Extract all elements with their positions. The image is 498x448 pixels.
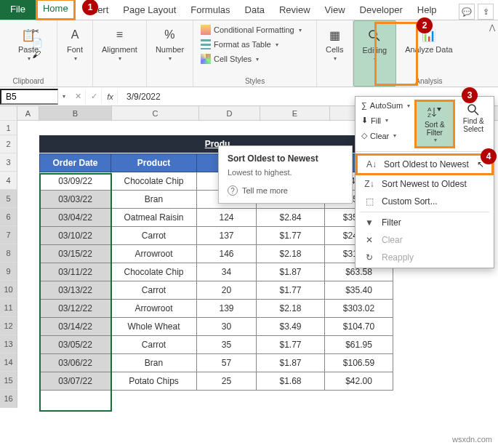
custom-sort[interactable]: ⬚ Custom Sort...	[356, 193, 494, 210]
cell-qty[interactable]: 30	[197, 318, 257, 336]
cell-sub[interactable]: $61.95	[325, 336, 393, 354]
cell-product[interactable]: Bran	[111, 191, 197, 209]
sort-newest-to-oldest[interactable]: Z↓ Sort Newest to Oldest	[356, 175, 494, 193]
cut-icon[interactable]: ✂	[32, 26, 43, 36]
row-header-15[interactable]: 15	[0, 372, 17, 390]
cell-price[interactable]: $3.49	[257, 318, 325, 336]
cell-date[interactable]: 03/11/22	[40, 263, 111, 281]
cell-sub[interactable]: $42.00	[325, 372, 393, 391]
header-order-date[interactable]: Order Date	[40, 154, 111, 172]
select-all[interactable]	[0, 106, 17, 121]
find-select-button[interactable]: Find & Select	[457, 100, 491, 136]
tab-data[interactable]: Data	[238, 0, 272, 20]
cells-button[interactable]: ▦ Cells ▾	[321, 23, 348, 65]
cell-date[interactable]: 03/12/22	[40, 300, 111, 318]
cell-sub[interactable]: $35.40	[325, 281, 393, 300]
cell-date[interactable]: 03/03/22	[40, 191, 111, 209]
row-header-12[interactable]: 12	[0, 317, 17, 335]
row-header-6[interactable]: 6	[0, 208, 17, 226]
enter-formula-icon[interactable]: ✓	[87, 89, 102, 104]
tab-developer[interactable]: Developer	[353, 0, 410, 20]
cell-date[interactable]: 03/05/22	[40, 336, 111, 354]
sort-oldest-to-newest[interactable]: A↓ Sort Oldest to Newest ↖	[356, 153, 494, 175]
cell-product[interactable]: Carrot	[111, 281, 197, 300]
tab-view[interactable]: View	[318, 0, 353, 20]
cell-date[interactable]: 03/07/22	[40, 372, 111, 391]
header-product[interactable]: Product	[111, 154, 197, 172]
col-header-b[interactable]: B	[39, 106, 112, 120]
share-icon[interactable]: ⇪	[478, 4, 494, 20]
cancel-formula-icon[interactable]: ✕	[71, 89, 86, 104]
tab-help[interactable]: Help	[410, 0, 444, 20]
cell-product[interactable]: Arrowroot	[111, 300, 197, 318]
cell-date[interactable]: 03/14/22	[40, 318, 111, 336]
alignment-button[interactable]: ≡ Alignment ▾	[97, 23, 142, 65]
row-header-11[interactable]: 11	[0, 299, 17, 317]
cell-product[interactable]: Bran	[111, 354, 197, 372]
tab-page-layout[interactable]: Page Layout	[116, 0, 183, 20]
cell-product[interactable]: Chocolate Chip	[111, 263, 197, 281]
row-header-10[interactable]: 10	[0, 281, 17, 299]
row-header-7[interactable]: 7	[0, 226, 17, 244]
tab-home[interactable]: Home	[36, 0, 76, 20]
cell-product[interactable]: Chocolate Chip	[111, 172, 197, 191]
cell-sub[interactable]: $106.59	[325, 354, 393, 372]
format-as-table-button[interactable]: Format as Table▾	[198, 38, 305, 51]
cell-product[interactable]: Whole Wheat	[111, 318, 197, 336]
col-header-d[interactable]: D	[199, 106, 260, 120]
font-button[interactable]: A Font ▾	[62, 23, 88, 65]
row-header-3[interactable]: 3	[0, 153, 17, 172]
cell-price[interactable]: $2.84	[257, 209, 325, 227]
cell-qty[interactable]: 146	[197, 245, 257, 263]
cell-date[interactable]: 03/13/22	[40, 281, 111, 300]
cell-qty[interactable]: 35	[197, 336, 257, 354]
comments-icon[interactable]: 💬	[459, 4, 475, 20]
row-header-2[interactable]: 2	[0, 135, 17, 153]
cell-date[interactable]: 03/10/22	[40, 227, 111, 245]
collapse-ribbon-icon[interactable]: ⋀	[489, 23, 495, 31]
cell-product[interactable]: Potato Chips	[111, 372, 197, 391]
fx-icon[interactable]: fx	[103, 89, 118, 104]
cell-price[interactable]: $1.87	[257, 354, 325, 372]
cell-styles-button[interactable]: Cell Styles▾	[198, 52, 305, 65]
tab-file[interactable]: File	[0, 0, 36, 20]
cell-date[interactable]: 03/09/22	[40, 172, 111, 191]
cell-qty[interactable]: 124	[197, 209, 257, 227]
format-painter-icon[interactable]: 🖌	[32, 49, 43, 60]
cell-price[interactable]: $2.18	[257, 300, 325, 318]
row-header-4[interactable]: 4	[0, 172, 17, 190]
cell-date[interactable]: 03/04/22	[40, 209, 111, 227]
cell-product[interactable]: Arrowroot	[111, 245, 197, 263]
cell-price[interactable]: $1.77	[257, 336, 325, 354]
row-header-16[interactable]: 16	[0, 390, 17, 408]
col-header-c[interactable]: C	[112, 106, 199, 120]
cell-qty[interactable]: 34	[197, 263, 257, 281]
editing-button[interactable]: Editing ▾	[358, 24, 392, 65]
row-header-8[interactable]: 8	[0, 244, 17, 263]
tell-me-more[interactable]: ? Tell me more	[228, 185, 343, 196]
filter-item[interactable]: ▼ Filter	[356, 214, 494, 231]
tab-formulas[interactable]: Formulas	[183, 0, 237, 20]
autosum-button[interactable]: ∑AutoSum▾	[358, 100, 413, 111]
row-header-14[interactable]: 14	[0, 353, 17, 372]
cell-product[interactable]: Carrot	[111, 336, 197, 354]
fill-button[interactable]: ⬇Fill▾	[358, 114, 413, 127]
cell-qty[interactable]: 57	[197, 354, 257, 372]
cell-price[interactable]: $1.87	[257, 263, 325, 281]
name-box[interactable]	[0, 89, 58, 105]
cell-date[interactable]: 03/06/22	[40, 354, 111, 372]
cell-price[interactable]: $1.77	[257, 281, 325, 300]
cell-date[interactable]: 03/15/22	[40, 245, 111, 263]
cell-price[interactable]: $1.77	[257, 227, 325, 245]
cell-qty[interactable]: 137	[197, 227, 257, 245]
cell-qty[interactable]: 25	[197, 372, 257, 391]
cell-sub[interactable]: $303.02	[325, 300, 393, 318]
cell-product[interactable]: Carrot	[111, 227, 197, 245]
cell-qty[interactable]: 139	[197, 300, 257, 318]
cell-price[interactable]: $1.68	[257, 372, 325, 391]
row-header-1[interactable]: 1	[0, 121, 17, 135]
col-header-e[interactable]: E	[260, 106, 330, 120]
col-header-a[interactable]: A	[17, 106, 39, 120]
sort-filter-button[interactable]: AZ Sort & Filter▾	[414, 100, 454, 148]
row-header-5[interactable]: 5	[0, 190, 17, 208]
